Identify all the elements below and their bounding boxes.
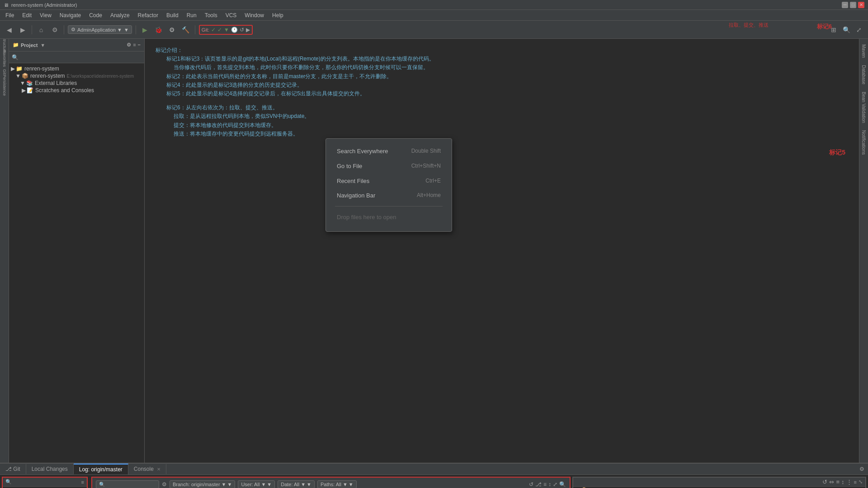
expand-log-icon[interactable]: ⤢ <box>553 481 557 488</box>
date-filter[interactable]: Date: All ▼ ▼ <box>278 480 315 488</box>
menu-view[interactable]: View <box>36 11 55 19</box>
project-scroll-icon[interactable]: ≡ <box>133 42 136 48</box>
files-expand-icon[interactable]: ⇔ <box>829 479 834 485</box>
goto-file-item[interactable]: Go to File Ctrl+Shift+N <box>335 159 443 174</box>
right-panel-maven[interactable]: Maven <box>860 41 867 61</box>
search-input[interactable] <box>19 55 142 60</box>
files-more-icon[interactable]: ⋮ <box>846 479 852 485</box>
branch-filter-icon[interactable]: ≡ <box>81 479 84 485</box>
drop-text: Drop files here to open <box>335 209 443 226</box>
module-label: renren-system <box>30 73 65 79</box>
left-icon-favorites[interactable]: Favorites <box>0 54 9 62</box>
branch-dropdown[interactable]: ⚙ AdminApplication ▼ ▼ <box>68 25 132 34</box>
git-refresh-icon[interactable]: ↺ <box>240 27 244 33</box>
branch-filter[interactable]: Branch: origin/master ▼ ▼ <box>170 480 235 488</box>
recent-files-item[interactable]: Recent Files Ctrl+E <box>335 174 443 189</box>
expand-button[interactable]: ⤢ <box>854 24 864 35</box>
project-dropdown-icon[interactable]: ▼ <box>40 42 45 48</box>
menu-analyze[interactable]: Analyze <box>107 11 133 19</box>
menu-navigate[interactable]: Navigate <box>56 11 85 19</box>
tab-console[interactable]: Console ✕ <box>128 464 166 474</box>
home-button[interactable]: ⌂ <box>36 24 47 35</box>
project-search[interactable]: 🔍 <box>9 52 144 63</box>
left-icon-persistence[interactable]: Persistence <box>0 81 9 89</box>
scratches-icon: 📝 <box>27 87 33 94</box>
minimize-button[interactable]: ─ <box>842 2 848 8</box>
debug-button[interactable]: 🐞 <box>153 24 164 35</box>
forward-button[interactable]: ▶ <box>17 24 28 35</box>
project-collapse-icon[interactable]: − <box>138 42 141 48</box>
menu-help[interactable]: Help <box>269 11 287 19</box>
show-branches-icon[interactable]: ⎇ <box>535 481 542 488</box>
line-4: 标记4：此处显示的是标记3选择的分支的历史提交记录。 <box>156 82 302 88</box>
menu-run[interactable]: Run <box>183 11 200 19</box>
menu-window[interactable]: Window <box>241 11 268 19</box>
run-button[interactable]: ▶ <box>140 24 151 35</box>
navigation-bar-item[interactable]: Navigation Bar Alt+Home <box>335 188 443 203</box>
files-collapse-icon[interactable]: ↺ <box>822 479 827 485</box>
bottom-panel: ⎇ Git Local Changes Log: origin/master C… <box>0 463 868 488</box>
search-everywhere-button[interactable]: 🔍 <box>841 24 852 35</box>
tree-item-scratches[interactable]: ▶ 📝 Scratches and Consoles <box>9 87 144 94</box>
git-log-search-input[interactable] <box>96 480 159 488</box>
git-check-3[interactable]: ▼ <box>224 27 229 33</box>
title-bar-controls[interactable]: ─ □ ✕ <box>842 2 864 8</box>
menu-code[interactable]: Code <box>85 11 106 19</box>
right-panel-bean-validation[interactable]: Bean Validation <box>860 88 867 127</box>
bottom-settings-icon[interactable]: ⚙ <box>859 466 864 472</box>
git-log-settings-icon[interactable]: ⚙ <box>162 481 167 488</box>
line-6: 标记6：从左向右依次为：拉取、提交、推送。 <box>156 104 278 111</box>
tree-item-renren-system[interactable]: ▼ 📦 renren-system E:\workspace\idea\renr… <box>9 72 144 80</box>
expand-icon-3: ▼ <box>20 80 25 86</box>
sort-log-icon[interactable]: ↕ <box>548 481 551 488</box>
search-everywhere-item[interactable]: Search Everywhere Double Shift <box>335 144 443 159</box>
line-8: 提交：将本地修改的代码提交到本地缓存。 <box>174 122 277 128</box>
menu-file[interactable]: File <box>2 11 18 19</box>
toolbar: ◀ ▶ ⌂ ⚙ ⚙ AdminApplication ▼ ▼ ▶ 🐞 ⚙ 🔨 G… <box>0 21 868 39</box>
maximize-button[interactable]: □ <box>850 2 856 8</box>
goto-file-label: Go to File <box>337 162 362 171</box>
branch-search-input[interactable] <box>14 479 80 485</box>
left-icon-structure[interactable]: Structure <box>0 41 9 49</box>
tab-log[interactable]: Log: origin/master <box>74 464 128 474</box>
left-icon-strip: Structure Favorites Git Persistence <box>0 39 9 463</box>
recent-files-shortcut: Ctrl+E <box>425 177 441 186</box>
menu-edit[interactable]: Edit <box>19 11 35 19</box>
build-button[interactable]: 🔨 <box>180 24 191 35</box>
menu-vcs[interactable]: VCS <box>222 11 241 19</box>
refresh-log-icon[interactable]: ↺ <box>529 481 533 488</box>
tab-git[interactable]: ⎇ Git <box>0 464 26 474</box>
git-check-1[interactable]: ✓ <box>211 27 216 33</box>
tree-item-renren-system-root[interactable]: ▶ 📁 renren-system <box>9 65 144 72</box>
git-more-icon[interactable]: ▶ <box>246 27 250 33</box>
editor-content: 标记介绍： 标记1和标记3：该页签显示的是git的本地(Local)和远程(Re… <box>145 39 859 463</box>
right-panel-notifications[interactable]: Notifications <box>860 127 867 158</box>
back-button[interactable]: ◀ <box>4 24 14 35</box>
module-icon: 📦 <box>22 73 28 79</box>
git-clock-icon: 🕐 <box>231 27 238 33</box>
user-filter[interactable]: User: All ▼ ▼ <box>238 480 275 488</box>
console-close-icon[interactable]: ✕ <box>157 467 160 472</box>
navigation-bar-shortcut: Alt+Home <box>417 191 441 201</box>
separator-2 <box>64 25 64 34</box>
paths-filter[interactable]: Paths: All ▼ ▼ <box>317 480 357 488</box>
branch-icon: ⚙ <box>71 27 75 33</box>
filter-log-icon[interactable]: ≡ <box>543 481 547 488</box>
title-bar-text: renren-system (Administrator) <box>11 2 77 8</box>
project-settings-icon[interactable]: ⚙ <box>127 42 131 48</box>
files-sort-icon[interactable]: ↕ <box>841 479 844 485</box>
tree-item-external-libs[interactable]: ▼ 📚 External Libraries <box>9 80 144 87</box>
search-log-icon[interactable]: 🔍 <box>559 481 566 488</box>
menu-refactor[interactable]: Refactor <box>134 11 162 19</box>
settings-button[interactable]: ⚙ <box>49 24 60 35</box>
menu-build[interactable]: Build <box>163 11 182 19</box>
tab-local-changes[interactable]: Local Changes <box>26 464 74 474</box>
menu-tools[interactable]: Tools <box>201 11 221 19</box>
close-button[interactable]: ✕ <box>858 2 864 8</box>
right-panel-database[interactable]: Database <box>860 61 867 88</box>
files-filter-icon[interactable]: ≡ <box>836 479 840 485</box>
files-settings-icon-2[interactable]: ≡ <box>854 479 857 485</box>
run-config-button[interactable]: ⚙ <box>167 24 178 35</box>
files-shrink-icon[interactable]: ⤡ <box>859 479 863 485</box>
git-check-2[interactable]: ✓ <box>217 27 222 33</box>
